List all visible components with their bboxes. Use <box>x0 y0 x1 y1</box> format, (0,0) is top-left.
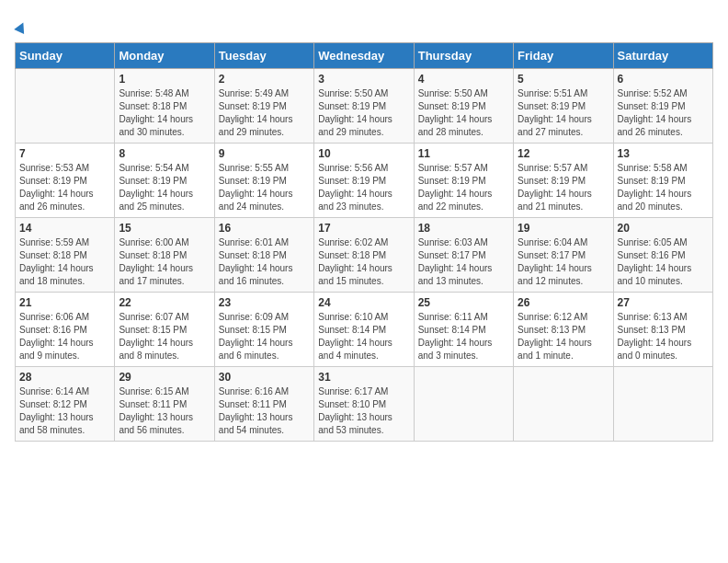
day-content: Sunrise: 5:50 AM Sunset: 8:19 PM Dayligh… <box>418 87 509 139</box>
calendar-header: SundayMondayTuesdayWednesdayThursdayFrid… <box>16 43 713 69</box>
day-number: 19 <box>518 222 609 235</box>
calendar-cell: 14Sunrise: 5:59 AM Sunset: 8:18 PM Dayli… <box>16 218 115 293</box>
day-content: Sunrise: 5:57 AM Sunset: 8:19 PM Dayligh… <box>418 162 509 213</box>
calendar-cell: 8Sunrise: 5:54 AM Sunset: 8:19 PM Daylig… <box>115 144 214 218</box>
calendar-cell: 11Sunrise: 5:57 AM Sunset: 8:19 PM Dayli… <box>414 144 513 218</box>
calendar-cell: 3Sunrise: 5:50 AM Sunset: 8:19 PM Daylig… <box>314 69 414 144</box>
day-number: 4 <box>418 73 509 86</box>
header-day-thursday: Thursday <box>414 43 513 69</box>
day-content: Sunrise: 6:07 AM Sunset: 8:15 PM Dayligh… <box>119 311 210 362</box>
day-content: Sunrise: 6:13 AM Sunset: 8:13 PM Dayligh… <box>618 311 709 362</box>
calendar-cell: 16Sunrise: 6:01 AM Sunset: 8:18 PM Dayli… <box>214 218 313 293</box>
day-number: 21 <box>19 296 110 309</box>
day-content: Sunrise: 5:55 AM Sunset: 8:19 PM Dayligh… <box>219 162 310 213</box>
day-number: 20 <box>618 222 709 235</box>
day-number: 11 <box>418 147 509 160</box>
day-content: Sunrise: 5:52 AM Sunset: 8:19 PM Dayligh… <box>618 87 709 139</box>
day-number: 10 <box>318 147 409 160</box>
day-number: 12 <box>518 147 609 160</box>
day-content: Sunrise: 5:50 AM Sunset: 8:19 PM Dayligh… <box>318 87 409 139</box>
day-content: Sunrise: 6:04 AM Sunset: 8:17 PM Dayligh… <box>518 236 609 288</box>
day-number: 25 <box>418 296 509 309</box>
day-number: 13 <box>618 147 709 160</box>
calendar-cell: 31Sunrise: 6:17 AM Sunset: 8:10 PM Dayli… <box>314 367 414 442</box>
day-content: Sunrise: 5:54 AM Sunset: 8:19 PM Dayligh… <box>119 162 210 213</box>
calendar-cell <box>414 367 513 442</box>
day-number: 27 <box>618 296 709 309</box>
calendar-cell: 19Sunrise: 6:04 AM Sunset: 8:17 PM Dayli… <box>514 218 613 293</box>
day-number: 29 <box>119 371 210 384</box>
calendar-cell: 27Sunrise: 6:13 AM Sunset: 8:13 PM Dayli… <box>613 293 712 367</box>
day-number: 14 <box>19 222 110 235</box>
calendar-cell: 30Sunrise: 6:16 AM Sunset: 8:11 PM Dayli… <box>214 367 313 442</box>
calendar-cell <box>16 69 115 144</box>
day-content: Sunrise: 6:06 AM Sunset: 8:16 PM Dayligh… <box>19 311 110 362</box>
header-row: SundayMondayTuesdayWednesdayThursdayFrid… <box>16 43 713 69</box>
day-number: 18 <box>418 222 509 235</box>
day-content: Sunrise: 5:58 AM Sunset: 8:19 PM Dayligh… <box>618 162 709 213</box>
header-day-tuesday: Tuesday <box>214 43 313 69</box>
day-number: 17 <box>318 222 409 235</box>
calendar-cell: 13Sunrise: 5:58 AM Sunset: 8:19 PM Dayli… <box>613 144 712 218</box>
day-content: Sunrise: 5:53 AM Sunset: 8:19 PM Dayligh… <box>19 162 110 213</box>
day-content: Sunrise: 6:01 AM Sunset: 8:18 PM Dayligh… <box>219 236 310 288</box>
header-day-monday: Monday <box>115 43 214 69</box>
day-number: 9 <box>219 147 310 160</box>
week-row-2: 7Sunrise: 5:53 AM Sunset: 8:19 PM Daylig… <box>16 144 713 218</box>
day-number: 24 <box>318 296 409 309</box>
calendar-cell: 24Sunrise: 6:10 AM Sunset: 8:14 PM Dayli… <box>314 293 414 367</box>
week-row-3: 14Sunrise: 5:59 AM Sunset: 8:18 PM Dayli… <box>16 218 713 293</box>
week-row-4: 21Sunrise: 6:06 AM Sunset: 8:16 PM Dayli… <box>16 293 713 367</box>
calendar-cell: 18Sunrise: 6:03 AM Sunset: 8:17 PM Dayli… <box>414 218 513 293</box>
calendar-cell: 9Sunrise: 5:55 AM Sunset: 8:19 PM Daylig… <box>214 144 313 218</box>
calendar-cell: 6Sunrise: 5:52 AM Sunset: 8:19 PM Daylig… <box>613 69 712 144</box>
day-number: 5 <box>518 73 609 86</box>
calendar-cell: 29Sunrise: 6:15 AM Sunset: 8:11 PM Dayli… <box>115 367 214 442</box>
day-number: 6 <box>618 73 709 86</box>
header-day-friday: Friday <box>514 43 613 69</box>
day-content: Sunrise: 6:02 AM Sunset: 8:18 PM Dayligh… <box>318 236 409 288</box>
day-number: 31 <box>318 371 409 384</box>
day-content: Sunrise: 5:49 AM Sunset: 8:19 PM Dayligh… <box>219 87 310 139</box>
day-number: 15 <box>119 222 210 235</box>
day-number: 2 <box>219 73 310 86</box>
day-content: Sunrise: 6:16 AM Sunset: 8:11 PM Dayligh… <box>219 385 310 437</box>
day-content: Sunrise: 6:15 AM Sunset: 8:11 PM Dayligh… <box>119 385 210 437</box>
day-content: Sunrise: 5:57 AM Sunset: 8:19 PM Dayligh… <box>518 162 609 213</box>
day-number: 3 <box>318 73 409 86</box>
day-number: 16 <box>219 222 310 235</box>
page-header <box>15 15 713 35</box>
day-content: Sunrise: 5:59 AM Sunset: 8:18 PM Dayligh… <box>19 236 110 288</box>
calendar-cell <box>514 367 613 442</box>
day-number: 23 <box>219 296 310 309</box>
day-content: Sunrise: 6:11 AM Sunset: 8:14 PM Dayligh… <box>418 311 509 362</box>
calendar-cell: 17Sunrise: 6:02 AM Sunset: 8:18 PM Dayli… <box>314 218 414 293</box>
logo <box>15 15 27 35</box>
calendar-cell: 28Sunrise: 6:14 AM Sunset: 8:12 PM Dayli… <box>16 367 115 442</box>
calendar-cell: 21Sunrise: 6:06 AM Sunset: 8:16 PM Dayli… <box>16 293 115 367</box>
day-content: Sunrise: 5:48 AM Sunset: 8:18 PM Dayligh… <box>119 87 210 139</box>
day-content: Sunrise: 6:12 AM Sunset: 8:13 PM Dayligh… <box>518 311 609 362</box>
week-row-1: 1Sunrise: 5:48 AM Sunset: 8:18 PM Daylig… <box>16 69 713 144</box>
calendar-cell: 22Sunrise: 6:07 AM Sunset: 8:15 PM Dayli… <box>115 293 214 367</box>
calendar-cell: 7Sunrise: 5:53 AM Sunset: 8:19 PM Daylig… <box>16 144 115 218</box>
calendar-cell: 15Sunrise: 6:00 AM Sunset: 8:18 PM Dayli… <box>115 218 214 293</box>
day-content: Sunrise: 5:51 AM Sunset: 8:19 PM Dayligh… <box>518 87 609 139</box>
calendar-cell: 5Sunrise: 5:51 AM Sunset: 8:19 PM Daylig… <box>514 69 613 144</box>
calendar-cell: 26Sunrise: 6:12 AM Sunset: 8:13 PM Dayli… <box>514 293 613 367</box>
day-content: Sunrise: 6:05 AM Sunset: 8:16 PM Dayligh… <box>618 236 709 288</box>
calendar-cell: 10Sunrise: 5:56 AM Sunset: 8:19 PM Dayli… <box>314 144 414 218</box>
calendar-cell <box>613 367 712 442</box>
day-number: 7 <box>19 147 110 160</box>
day-number: 26 <box>518 296 609 309</box>
calendar-cell: 2Sunrise: 5:49 AM Sunset: 8:19 PM Daylig… <box>214 69 313 144</box>
calendar-cell: 12Sunrise: 5:57 AM Sunset: 8:19 PM Dayli… <box>514 144 613 218</box>
logo-triangle-icon <box>14 20 28 34</box>
day-content: Sunrise: 6:14 AM Sunset: 8:12 PM Dayligh… <box>19 385 110 437</box>
day-content: Sunrise: 6:10 AM Sunset: 8:14 PM Dayligh… <box>318 311 409 362</box>
day-content: Sunrise: 6:03 AM Sunset: 8:17 PM Dayligh… <box>418 236 509 288</box>
calendar-body: 1Sunrise: 5:48 AM Sunset: 8:18 PM Daylig… <box>16 69 713 442</box>
calendar-cell: 23Sunrise: 6:09 AM Sunset: 8:15 PM Dayli… <box>214 293 313 367</box>
header-day-wednesday: Wednesday <box>314 43 414 69</box>
calendar-table: SundayMondayTuesdayWednesdayThursdayFrid… <box>15 42 713 442</box>
